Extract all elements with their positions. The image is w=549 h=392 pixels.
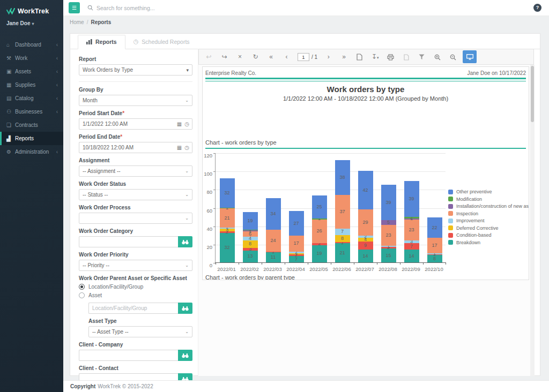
scrollbar-thumb[interactable] <box>531 66 534 122</box>
tab-reports[interactable]: Reports <box>78 35 125 49</box>
reports-icon: ▟ <box>6 135 15 141</box>
sidebar-item-supplies[interactable]: ▦Supplies‹ <box>0 78 63 92</box>
bar-segment-label: 29 <box>362 220 368 225</box>
bar-segment-label: 39 <box>385 200 391 205</box>
legend-swatch <box>448 204 453 209</box>
first-page-icon[interactable]: « <box>263 53 279 61</box>
calendar-icon[interactable]: ▦ <box>177 121 182 127</box>
bar-segment: 13 <box>243 251 258 262</box>
worktrek-logo-icon <box>6 8 15 15</box>
asset-type-select[interactable]: -- Asset Type -- ⌄ <box>88 326 192 337</box>
y-tick <box>213 153 216 154</box>
bar-segment: 1 <box>243 230 258 231</box>
clock-icon[interactable]: ◷ <box>184 121 189 127</box>
print-icon[interactable] <box>383 53 398 61</box>
bar-segment: 21 <box>220 208 235 228</box>
user-menu[interactable]: Jane Doe▾ <box>0 15 63 26</box>
search-icon <box>87 5 93 11</box>
last-page-icon[interactable]: » <box>336 53 352 61</box>
x-tick <box>400 262 400 265</box>
report-select[interactable]: Work Orders by Type ▾ <box>79 64 192 76</box>
header-rule <box>205 78 526 81</box>
hamburger-menu-button[interactable]: ☰ <box>69 2 80 13</box>
clock-icon[interactable]: ◷ <box>184 145 189 150</box>
search-input[interactable] <box>97 5 257 11</box>
sidebar-item-work[interactable]: ⚒Work‹ <box>0 51 63 65</box>
bar-segment: 1 <box>335 242 350 243</box>
sidebar-item-businesses[interactable]: ⚇Businesses‹ <box>0 105 63 118</box>
forward-icon[interactable]: ↪ <box>217 53 232 61</box>
help-button[interactable]: ? <box>533 4 541 12</box>
process-select[interactable]: ⌄ <box>79 213 192 224</box>
toggle-view-button[interactable] <box>463 50 477 63</box>
refresh-icon[interactable]: ↻ <box>248 53 263 61</box>
bar-segment-label: 24 <box>270 238 276 243</box>
calendar-icon[interactable]: ▦ <box>177 145 182 150</box>
legend-item: Other preventive <box>448 189 529 194</box>
work-order-category-field: Work Order Category <box>79 228 192 247</box>
prev-page-icon[interactable]: ‹ <box>279 53 294 61</box>
tabs-bar: Reports ◷ Scheduled Reports <box>70 34 540 49</box>
client-company-lookup-button[interactable] <box>178 350 192 361</box>
filter-icon[interactable] <box>414 53 429 61</box>
bar-segment: 15 <box>381 248 396 262</box>
sidebar-item-administration[interactable]: ⚙Administration‹ <box>0 145 63 159</box>
bar-segment: 21 <box>335 243 350 262</box>
x-axis-label: 2022/07 <box>353 266 376 272</box>
bar-segment: 38 <box>335 160 350 195</box>
dashboard-icon: ⌂ <box>6 42 15 48</box>
breadcrumb-home[interactable]: Home <box>70 19 84 25</box>
sidebar-item-contracts[interactable]: ❏Contracts <box>0 118 63 132</box>
sidebar-item-assets[interactable]: ▣Assets‹ <box>0 65 63 78</box>
viewer-scrollbar[interactable] <box>530 65 535 376</box>
zoom-in-icon[interactable] <box>429 53 445 61</box>
bar-segment: 34 <box>266 198 281 229</box>
document-icon[interactable] <box>398 53 414 61</box>
page-number-input[interactable] <box>298 53 309 61</box>
group-by-select[interactable]: Month ⌄ <box>79 95 192 106</box>
logo[interactable]: WorkTrek <box>0 0 63 15</box>
cancel-icon[interactable]: × <box>232 53 248 61</box>
y-axis-label: 0 <box>210 262 212 268</box>
location-lookup-button[interactable] <box>178 303 192 314</box>
bar-segment: 5 <box>381 220 396 225</box>
period-start-input[interactable] <box>79 118 174 130</box>
location-input[interactable] <box>88 303 178 314</box>
priority-select[interactable]: -- Priority -- ⌄ <box>79 260 192 271</box>
sidebar-item-dashboard[interactable]: ⌂Dashboard‹ <box>0 38 63 51</box>
status-select[interactable]: -- Status -- ⌄ <box>79 189 192 200</box>
bar-segment-label: 14 <box>362 254 368 259</box>
caret-down-icon: ▾ <box>186 67 189 73</box>
bar-segment-label: 32 <box>224 245 229 250</box>
category-input[interactable] <box>79 236 178 247</box>
bar-segment-label: 15 <box>385 253 391 258</box>
sidebar-item-catalog[interactable]: ▤Catalog‹ <box>0 92 63 105</box>
x-axis-label: 2022/09 <box>399 266 422 272</box>
back-icon[interactable]: ↩ <box>201 53 217 61</box>
radio-unselected-icon <box>79 292 85 298</box>
category-lookup-button[interactable] <box>178 236 192 247</box>
period-end-input[interactable] <box>79 142 174 153</box>
tab-scheduled-reports[interactable]: ◷ Scheduled Reports <box>125 35 198 49</box>
page-total: / 1 <box>311 54 317 60</box>
radio-location-facility-group[interactable]: Location/Facility/Group <box>79 284 192 290</box>
period-start-field: Period Start Date* ▦ ◷ <box>79 110 192 130</box>
radio-asset[interactable]: Asset <box>79 292 192 298</box>
administration-icon: ⚙ <box>6 149 15 155</box>
assignment-select[interactable]: -- Assignment -- ⌄ <box>79 165 192 177</box>
download-icon[interactable]: ↧▾ <box>367 53 383 61</box>
legend-swatch <box>448 240 453 245</box>
y-axis-label: 80 <box>206 189 212 195</box>
next-page-icon[interactable]: › <box>321 53 336 61</box>
chart-section2-title: Chart - work orders by parent type <box>205 274 526 280</box>
bar-segment-label: 22 <box>432 225 437 230</box>
client-company-input[interactable] <box>79 350 178 361</box>
chart-x-axis: 2022/012022/022022/032022/042022/052022/… <box>215 266 446 272</box>
binoculars-icon <box>182 353 189 358</box>
bar-segment-label: 23 <box>385 233 391 238</box>
zoom-out-icon[interactable] <box>445 53 461 61</box>
bar-segment: 23 <box>404 220 419 240</box>
work-order-process-field: Work Order Process ⌄ <box>79 205 192 224</box>
page-view-icon[interactable] <box>352 53 367 61</box>
sidebar-item-reports[interactable]: ▟Reports <box>0 132 63 145</box>
